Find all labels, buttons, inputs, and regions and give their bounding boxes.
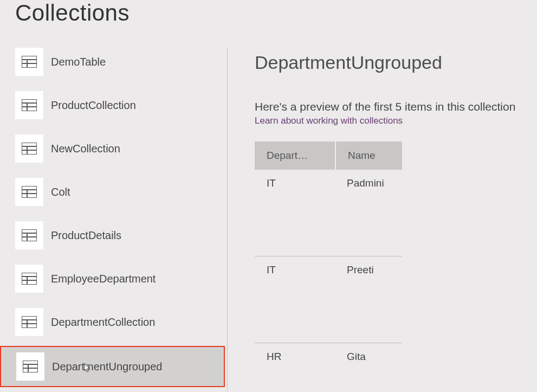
column-header-name[interactable]: Name	[336, 142, 402, 170]
sidebar-item-label: DemoTable	[51, 56, 106, 68]
collections-sidebar: DemoTable ProductCollection NewCollectio…	[0, 48, 228, 392]
table-icon	[15, 91, 43, 119]
sidebar-item-departmentungrouped[interactable]: DepartmentUngrouped	[0, 346, 225, 387]
table-icon	[15, 178, 43, 206]
svg-rect-8	[22, 143, 37, 155]
svg-rect-0	[22, 56, 37, 68]
table-icon	[15, 221, 43, 249]
cell-department: IT	[255, 256, 335, 343]
page-title: Collections	[15, 0, 537, 26]
cell-name: Preeti	[335, 256, 401, 343]
svg-rect-16	[22, 229, 37, 241]
table-icon	[15, 48, 43, 76]
preview-table: Depart… Name IT Padmini IT Preeti HR Git…	[255, 142, 402, 392]
table-icon	[15, 308, 43, 336]
detail-panel: DepartmentUngrouped Here's a preview of …	[228, 48, 537, 392]
sidebar-item-label: DepartmentUngrouped	[52, 361, 162, 373]
preview-text: Here's a preview of the first 5 items in…	[255, 100, 526, 113]
sidebar-item-demotable[interactable]: DemoTable	[15, 48, 223, 76]
table-icon	[15, 265, 43, 293]
detail-title: DepartmentUngrouped	[255, 52, 526, 73]
sidebar-item-departmentcollection[interactable]: DepartmentCollection	[15, 308, 223, 336]
sidebar-item-productdetails[interactable]: ProductDetails	[15, 221, 223, 249]
table-icon	[16, 352, 44, 381]
sidebar-item-label: ProductDetails	[51, 229, 121, 242]
sidebar-item-colt[interactable]: Colt	[15, 178, 223, 206]
sidebar-item-productcollection[interactable]: ProductCollection	[15, 91, 223, 119]
cell-department: HR	[255, 343, 335, 392]
svg-rect-20	[22, 273, 37, 285]
sidebar-item-label: EmployeeDepartment	[51, 273, 156, 285]
sidebar-item-label: DepartmentCollection	[51, 316, 155, 329]
table-row: IT Preeti	[255, 256, 402, 343]
svg-rect-4	[22, 99, 37, 111]
cell-name: Padmini	[335, 170, 401, 256]
cell-department: IT	[255, 170, 335, 256]
table-row: HR Gita	[255, 343, 402, 392]
cell-name: Gita	[335, 343, 401, 392]
svg-rect-28	[23, 361, 38, 372]
sidebar-item-newcollection[interactable]: NewCollection	[15, 134, 223, 163]
table-icon	[15, 134, 43, 163]
table-row: IT Padmini	[255, 170, 402, 256]
sidebar-item-label: ProductCollection	[51, 99, 136, 112]
table-header-row: Depart… Name	[255, 142, 402, 170]
learn-link[interactable]: Learn about working with collections	[255, 115, 526, 126]
svg-rect-24	[22, 316, 37, 328]
column-header-department[interactable]: Depart…	[255, 142, 335, 170]
sidebar-item-label: Colt	[51, 186, 70, 198]
svg-rect-12	[22, 186, 37, 198]
sidebar-item-label: NewCollection	[51, 143, 120, 155]
sidebar-item-employeedepartment[interactable]: EmployeeDepartment	[15, 265, 223, 293]
